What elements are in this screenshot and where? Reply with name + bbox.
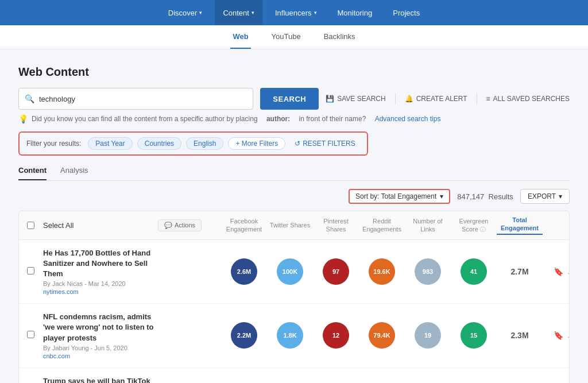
- nav-content[interactable]: Content ▾: [215, 0, 262, 25]
- facebook-badge: 2.2M: [231, 322, 257, 349]
- tab-analysis[interactable]: Analysis: [60, 166, 88, 180]
- article-meta: By Jack Nicas - Mar 14, 2020: [43, 280, 158, 287]
- pinterest-badge: 97: [323, 258, 349, 285]
- tip-icon: 💡: [18, 114, 28, 123]
- more-filters-button[interactable]: + More Filters: [228, 137, 285, 150]
- th-pinterest: Pinterest Shares: [313, 217, 359, 234]
- select-all-checkbox[interactable]: [27, 222, 34, 229]
- nav-discover[interactable]: Discover ▾: [160, 0, 211, 25]
- th-twitter: Twitter Shares: [267, 221, 313, 229]
- filter-row: Filter your results: Past Year Countries…: [18, 131, 368, 156]
- page-title: Web Content: [18, 65, 570, 79]
- list-icon: ≡: [486, 95, 490, 103]
- total-engagement-value: 2.7M: [510, 267, 528, 276]
- twitter-badge: 100K: [277, 258, 303, 285]
- share-icon[interactable]: ↗: [567, 267, 570, 276]
- links-badge: 19: [415, 322, 441, 349]
- th-total-engagement: Total Engagement: [497, 216, 543, 235]
- filter-chip-countries[interactable]: Countries: [137, 137, 181, 150]
- sub-nav: Web YouTube Backlinks: [0, 25, 588, 49]
- th-facebook: Facebook Engagement: [221, 217, 267, 234]
- th-reddit: Reddit Engagements: [359, 217, 405, 234]
- row-checkbox-1[interactable]: [27, 331, 34, 338]
- subnav-youtube[interactable]: YouTube: [269, 25, 303, 49]
- tip-keyword: author:: [266, 115, 290, 123]
- actions-dropdown[interactable]: 💬 Actions: [158, 219, 202, 231]
- reddit-badge: 19.6K: [369, 258, 395, 285]
- nav-projects-label: Projects: [393, 9, 420, 17]
- search-input[interactable]: [39, 95, 247, 103]
- save-search-button[interactable]: 💾 SAVE SEARCH: [326, 95, 385, 103]
- select-all-label: Select All: [43, 221, 74, 230]
- share-icon[interactable]: ↗: [567, 331, 570, 340]
- all-saved-searches-button[interactable]: ≡ ALL SAVED SEARCHES: [486, 95, 570, 103]
- export-button[interactable]: EXPORT ▾: [520, 189, 570, 204]
- create-alert-button[interactable]: 🔔 CREATE ALERT: [405, 95, 467, 103]
- table-rows: He Has 17,700 Bottles of Hand Sanitizer …: [19, 240, 569, 383]
- reset-filters-button[interactable]: ↺ RESET FILTERS: [290, 138, 360, 149]
- th-evergreen: Evergreen Score ⓘ: [451, 217, 497, 234]
- evergreen-badge: 15: [461, 322, 487, 349]
- table-row: Trump says he will ban TikTok through ex…: [19, 368, 569, 383]
- article-title: He Has 17,700 Bottles of Hand Sanitizer …: [43, 248, 158, 280]
- info-icon: ⓘ: [480, 226, 486, 233]
- links-badge: 983: [415, 258, 441, 285]
- pinterest-badge: 12: [323, 322, 349, 349]
- filter-chip-english[interactable]: English: [186, 137, 223, 150]
- nav-influencers-chevron: ▾: [314, 10, 317, 16]
- nav-monitoring[interactable]: Monitoring: [330, 0, 381, 25]
- top-nav: Discover ▾ Content ▾ Influencers ▾ Monit…: [0, 0, 588, 25]
- th-links: Number of Links: [405, 217, 451, 234]
- save-icon: 💾: [326, 95, 334, 103]
- article-source[interactable]: cnbc.com: [43, 353, 158, 359]
- content-tabs: Content Analysis: [18, 166, 570, 181]
- twitter-badge: 1.8K: [277, 322, 303, 349]
- article-source[interactable]: nytimes.com: [43, 288, 158, 295]
- nav-projects[interactable]: Projects: [385, 0, 428, 25]
- table-row: NFL condemns racism, admits 'we were wro…: [19, 304, 569, 368]
- search-button[interactable]: SEARCH: [260, 88, 319, 110]
- evergreen-badge: 41: [461, 258, 487, 285]
- nav-content-label: Content: [223, 9, 249, 17]
- sort-select[interactable]: Sort by: Total Engagement ▾: [349, 189, 450, 204]
- main-content: Web Content 🔍 SEARCH 💾 SAVE SEARCH 🔔 CRE…: [0, 49, 588, 383]
- nav-discover-chevron: ▾: [199, 10, 202, 16]
- chevron-down-icon: ▾: [559, 192, 562, 200]
- comment-icon: 💬: [164, 222, 172, 229]
- row-checkbox-0[interactable]: [27, 267, 34, 274]
- alert-icon: 🔔: [405, 95, 413, 103]
- nav-monitoring-label: Monitoring: [338, 9, 373, 17]
- total-engagement-value: 2.3M: [510, 331, 528, 340]
- facebook-badge: 2.6M: [231, 258, 257, 285]
- article-title: NFL condemns racism, admits 'we were wro…: [43, 312, 158, 343]
- advanced-search-link[interactable]: Advanced search tips: [375, 115, 441, 123]
- article-title: Trump says he will ban TikTok through ex…: [43, 376, 158, 383]
- nav-content-chevron: ▾: [252, 10, 254, 16]
- results-toolbar: Sort by: Total Engagement ▾ 847,147 Resu…: [18, 189, 570, 204]
- article-meta: By Jabari Young - Jun 5, 2020: [43, 345, 158, 351]
- table-header: Select All 💬 Actions Facebook Engagement…: [19, 211, 569, 240]
- bookmark-icon[interactable]: 🔖: [554, 331, 563, 340]
- filter-label: Filter your results:: [26, 140, 81, 148]
- tip-row: 💡 Did you know you can find all the cont…: [18, 114, 570, 123]
- divider: [395, 93, 396, 105]
- search-icon: 🔍: [25, 94, 34, 103]
- chevron-down-icon: ▾: [440, 192, 443, 200]
- table-row: He Has 17,700 Bottles of Hand Sanitizer …: [19, 240, 569, 304]
- reddit-badge: 79.4K: [369, 322, 395, 349]
- divider2: [477, 93, 477, 105]
- search-actions: 💾 SAVE SEARCH 🔔 CREATE ALERT ≡ ALL SAVED…: [326, 93, 570, 105]
- nav-discover-label: Discover: [168, 9, 198, 17]
- results-count: 847,147 Results: [457, 192, 513, 201]
- nav-influencers-label: Influencers: [275, 9, 312, 17]
- search-input-wrapper: 🔍: [18, 88, 253, 110]
- nav-influencers[interactable]: Influencers ▾: [267, 0, 325, 25]
- subnav-backlinks[interactable]: Backlinks: [322, 25, 358, 49]
- subnav-web[interactable]: Web: [230, 25, 250, 49]
- bookmark-icon[interactable]: 🔖: [554, 267, 563, 276]
- tab-content[interactable]: Content: [18, 166, 47, 180]
- filter-chip-past-year[interactable]: Past Year: [88, 137, 132, 150]
- results-table: Select All 💬 Actions Facebook Engagement…: [18, 211, 570, 383]
